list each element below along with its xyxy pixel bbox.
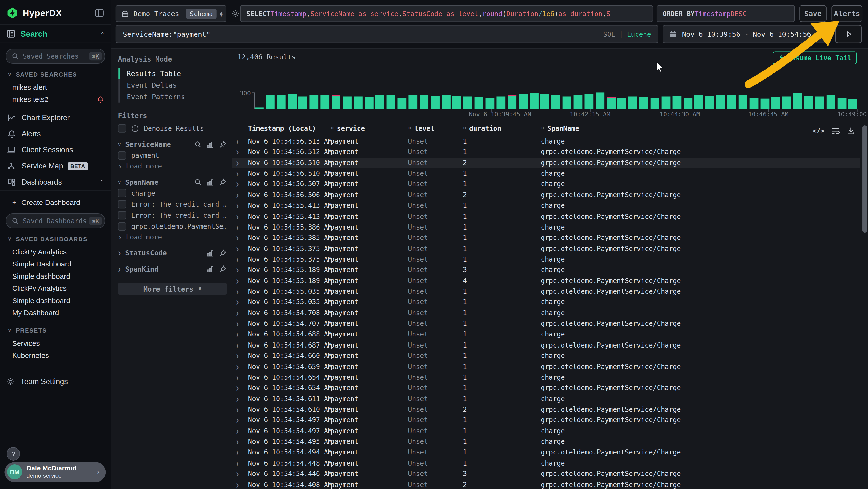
filter-value-row[interactable]: charge [118, 189, 226, 197]
table-row[interactable]: ❯Nov 6 10:54:54.497 AMpaymentUnset1charg… [232, 426, 860, 437]
row-expand-icon[interactable]: ❯ [236, 415, 239, 426]
sidebar-item-chart-explorer[interactable]: Chart Explorer [0, 110, 111, 126]
table-row[interactable]: ❯Nov 6 10:54:55.189 AMpaymentUnset4grpc.… [232, 276, 860, 287]
sidebar-item-service-map[interactable]: Service MapBETA [0, 158, 111, 174]
row-expand-icon[interactable]: ❯ [236, 179, 239, 190]
saved-searches-header[interactable]: ∨ SAVED SEARCHES [8, 71, 104, 78]
date-range-picker[interactable]: Nov 6 10:39:56 - Nov 6 10:54:56 [662, 25, 831, 43]
table-row[interactable]: ❯Nov 6 10:54:54.708 AMpaymentUnset1charg… [232, 308, 860, 319]
table-row[interactable]: ❯Nov 6 10:54:55.413 AMpaymentUnset1charg… [232, 201, 860, 211]
load-more-button[interactable]: ❯Load more [118, 163, 226, 170]
saved-dashboards-header[interactable]: ∨ SAVED DASHBOARDS [8, 236, 104, 242]
column-header-level[interactable]: ⠿level [408, 125, 434, 133]
source-select[interactable]: Demo Traces Schema ▲▼ [116, 5, 226, 22]
sidebar-item-dashboards[interactable]: Dashboards⌃ [0, 174, 111, 191]
table-row[interactable]: ❯Nov 6 10:54:56.507 AMpaymentUnset1charg… [232, 179, 860, 190]
filter-checkbox[interactable] [118, 211, 126, 220]
row-expand-icon[interactable]: ❯ [236, 426, 239, 437]
table-row[interactable]: ❯Nov 6 10:54:54.408 AMpaymentUnset2grpc.… [232, 480, 860, 489]
table-row[interactable]: ❯Nov 6 10:54:56.512 AMpaymentUnset1grpc.… [232, 147, 860, 157]
table-row[interactable]: ❯Nov 6 10:54:55.375 AMpaymentUnset1grpc.… [232, 243, 860, 254]
drag-handle-icon[interactable]: ⠿ [463, 126, 466, 132]
sidebar-item-client-sessions[interactable]: Client Sessions [0, 142, 111, 158]
row-expand-icon[interactable]: ❯ [236, 222, 239, 233]
row-expand-icon[interactable]: ❯ [236, 169, 239, 179]
analysis-mode-results-table[interactable]: Results Table [120, 67, 226, 79]
filter-value-row[interactable]: Error: The credit card … [118, 200, 226, 208]
chevron-up-icon[interactable]: ⌃ [99, 179, 104, 185]
preset-item[interactable]: Services [5, 337, 105, 349]
row-expand-icon[interactable]: ❯ [236, 265, 239, 276]
table-row[interactable]: ❯Nov 6 10:54:55.385 AMpaymentUnset1grpc.… [232, 233, 860, 243]
table-row[interactable]: ❯Nov 6 10:54:54.497 AMpaymentUnset1grpc.… [232, 415, 860, 426]
row-expand-icon[interactable]: ❯ [236, 276, 239, 287]
filter-group-servicename[interactable]: ∨ServiceName [118, 140, 226, 148]
row-expand-icon[interactable]: ❯ [236, 405, 239, 415]
row-expand-icon[interactable]: ❯ [236, 287, 239, 297]
table-row[interactable]: ❯Nov 6 10:54:54.494 AMpaymentUnset1grpc.… [232, 448, 860, 458]
table-row[interactable]: ❯Nov 6 10:54:54.659 AMpaymentUnset1grpc.… [232, 362, 860, 372]
table-row[interactable]: ❯Nov 6 10:54:56.510 AMpaymentUnset1charg… [232, 169, 860, 179]
alerts-button[interactable]: Alerts [831, 5, 863, 22]
row-expand-icon[interactable]: ❯ [236, 211, 239, 222]
row-expand-icon[interactable]: ❯ [236, 319, 239, 329]
table-row[interactable]: ❯Nov 6 10:54:54.610 AMpaymentUnset2grpc.… [232, 405, 860, 415]
search-icon[interactable] [194, 178, 202, 185]
filter-value-row[interactable]: Error: The credit card … [118, 211, 226, 220]
table-row[interactable]: ❯Nov 6 10:54:56.506 AMpaymentUnset2grpc.… [232, 190, 860, 201]
saved-search-item[interactable]: mikes tets2 [5, 93, 105, 106]
saved-dashboard-item[interactable]: My Dashboard [5, 307, 105, 319]
row-expand-icon[interactable]: ❯ [236, 437, 239, 447]
saved-dashboard-item[interactable]: ClickPy Analytics [5, 246, 105, 258]
source-settings-gear-icon[interactable] [231, 9, 240, 18]
load-more-button[interactable]: ❯Load more [118, 233, 226, 241]
filter-checkbox[interactable] [118, 200, 126, 208]
preset-item[interactable]: Kubernetes [5, 349, 105, 361]
column-header-spanname[interactable]: ⠿SpanName [541, 125, 579, 133]
chevron-up-icon[interactable]: ⌃ [101, 31, 104, 37]
table-row[interactable]: ❯Nov 6 10:54:55.035 AMpaymentUnset1grpc.… [232, 287, 860, 297]
saved-dashboard-item[interactable]: Simple dashboard [5, 294, 105, 307]
row-expand-icon[interactable]: ❯ [236, 394, 239, 405]
mode-lucene-toggle[interactable]: Lucene [627, 30, 651, 38]
resume-live-tail-button[interactable]: Resume Live Tail [773, 52, 857, 64]
pin-icon[interactable] [219, 178, 226, 185]
chart-icon[interactable] [207, 266, 214, 272]
create-dashboard-button[interactable]: + Create Dashboard [5, 196, 105, 208]
table-row[interactable]: ❯Nov 6 10:54:54.688 AMpaymentUnset1charg… [232, 329, 860, 340]
table-row[interactable]: ❯Nov 6 10:54:54.660 AMpaymentUnset1charg… [232, 351, 860, 362]
column-header-timestamp-local-[interactable]: Timestamp (Local) [248, 125, 316, 133]
row-expand-icon[interactable]: ❯ [236, 372, 239, 383]
table-row[interactable]: ❯Nov 6 10:54:54.446 AMpaymentUnset3grpc.… [232, 469, 860, 480]
saved-dashboard-item[interactable]: Simple Dashboard [5, 258, 105, 270]
more-filters-button[interactable]: More filters ∨ [118, 283, 227, 295]
row-expand-icon[interactable]: ❯ [236, 362, 239, 372]
row-expand-icon[interactable]: ❯ [236, 351, 239, 362]
table-row[interactable]: ❯Nov 6 10:54:56.510 AMpaymentUnset2grpc.… [232, 158, 860, 169]
chart-icon[interactable] [207, 141, 214, 148]
sidebar-item-team-settings[interactable]: Team Settings [0, 373, 112, 390]
search-icon[interactable] [194, 141, 202, 148]
column-header-service[interactable]: ⠿service [331, 125, 365, 133]
filter-group-spanname[interactable]: ∨SpanName [118, 178, 226, 186]
table-row[interactable]: ❯Nov 6 10:54:54.611 AMpaymentUnset1charg… [232, 394, 860, 405]
table-row[interactable]: ❯Nov 6 10:54:55.413 AMpaymentUnset1grpc.… [232, 211, 860, 222]
pin-icon[interactable] [219, 141, 226, 148]
search-query-input[interactable]: ServiceName:"payment" SQL | Lucene [116, 25, 658, 43]
run-query-button[interactable] [835, 25, 862, 43]
saved-dashboard-item[interactable]: ClickPy Analytics [5, 282, 105, 294]
drag-handle-icon[interactable]: ⠿ [331, 126, 334, 132]
table-row[interactable]: ❯Nov 6 10:54:56.513 AMpaymentUnset1charg… [232, 136, 860, 147]
row-expand-icon[interactable]: ❯ [236, 254, 239, 265]
saved-search-item[interactable]: mikes alert [5, 81, 105, 93]
row-expand-icon[interactable]: ❯ [236, 233, 239, 243]
filter-checkbox[interactable] [118, 151, 126, 160]
sidebar-collapse-icon[interactable] [95, 8, 104, 18]
pin-icon[interactable] [219, 265, 226, 273]
table-row[interactable]: ❯Nov 6 10:54:55.386 AMpaymentUnset1charg… [232, 222, 860, 233]
row-expand-icon[interactable]: ❯ [236, 469, 239, 480]
table-row[interactable]: ❯Nov 6 10:54:54.654 AMpaymentUnset1grpc.… [232, 383, 860, 394]
presets-header[interactable]: ∨ PRESETS [8, 327, 104, 334]
table-row[interactable]: ❯Nov 6 10:54:54.654 AMpaymentUnset1charg… [232, 372, 860, 383]
row-expand-icon[interactable]: ❯ [236, 383, 239, 394]
